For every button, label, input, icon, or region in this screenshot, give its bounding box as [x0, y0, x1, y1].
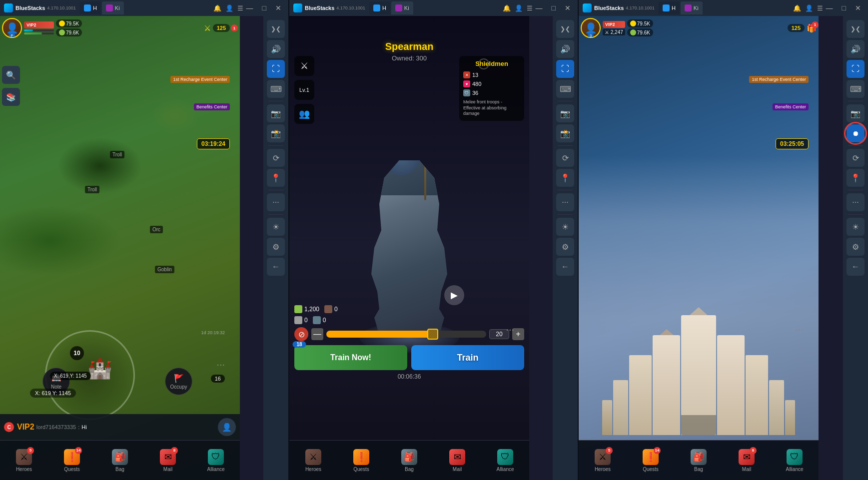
play-video-btn[interactable]: ▶: [444, 285, 464, 305]
menu-icon-1[interactable]: ☰: [237, 4, 243, 12]
cancel-btn[interactable]: ⊘: [294, 327, 308, 341]
back-btn-1[interactable]: ←: [267, 258, 285, 276]
swap-icon[interactable]: ⚔: [294, 56, 314, 76]
bell-icon-1[interactable]: 🔔: [213, 4, 221, 12]
back-btn-2[interactable]: ←: [556, 258, 574, 276]
minimize-btn-2[interactable]: —: [533, 3, 546, 13]
nav-alliance-2[interactable]: 🛡 Alliance: [481, 441, 529, 480]
nav-alliance-3[interactable]: 🛡 Alliance: [771, 441, 819, 480]
rotate-btn-1[interactable]: ⟳: [267, 149, 285, 167]
tab-ki-3[interactable]: Ki: [681, 1, 703, 14]
dots-side-btn-3[interactable]: ···: [847, 193, 865, 211]
castle-icon-1[interactable]: 🏰: [87, 357, 112, 380]
nav-mail-3[interactable]: ✉ 8 Mail: [723, 441, 771, 480]
location-btn-1[interactable]: 📍: [267, 169, 285, 187]
event-label-1[interactable]: 1st Recharge Event Center: [170, 76, 230, 83]
train-btn[interactable]: Train: [411, 345, 524, 370]
brightness-btn-3[interactable]: ☀: [847, 218, 865, 236]
nav-quests-3[interactable]: ❗ 14 Quests: [627, 441, 675, 480]
rotate-btn-2[interactable]: ⟳: [556, 149, 574, 167]
action-occupy-1[interactable]: 🚩 Occupy: [165, 368, 192, 395]
volume-btn-2[interactable]: 🔊: [556, 40, 574, 58]
close-btn-3[interactable]: ✕: [852, 3, 864, 13]
screenshot-btn-1[interactable]: 📷: [267, 104, 285, 122]
nav-mail-2[interactable]: ✉ Mail: [433, 441, 481, 480]
game-viewport-2[interactable]: Spearman Owned: 300 ? ⚔ Lv.1 👥: [289, 16, 529, 480]
tab-ki-1[interactable]: Ki: [102, 1, 124, 14]
fullscreen-btn-2[interactable]: ⛶: [556, 60, 574, 78]
nav-quests-2[interactable]: ❗ Quests: [337, 441, 385, 480]
dots-menu-1[interactable]: ···: [216, 359, 225, 370]
settings-btn-1[interactable]: ⚙: [267, 238, 285, 256]
nav-heroes-2[interactable]: ⚔ Heroes: [289, 441, 337, 480]
bell-icon-2[interactable]: 🔔: [503, 4, 511, 12]
item-icon-1[interactable]: 📚: [2, 88, 20, 106]
user-icon-1[interactable]: 👤: [225, 4, 233, 12]
bell-icon-3[interactable]: 🔔: [793, 4, 801, 12]
screenshot-btn-3[interactable]: 📷: [847, 104, 865, 122]
screenshot-btn-2[interactable]: 📷: [556, 104, 574, 122]
user-icon-2[interactable]: 👤: [515, 4, 523, 12]
level-icon[interactable]: Lv.1: [294, 80, 314, 100]
location-btn-3[interactable]: 📍: [847, 169, 865, 187]
back-btn-3[interactable]: ←: [847, 258, 865, 276]
quantity-slider[interactable]: [326, 331, 486, 338]
game-viewport-1[interactable]: 👤 P VIP2 79.5K: [0, 16, 240, 480]
nav-bag-1[interactable]: 🎒 Bag: [96, 441, 144, 480]
nav-bag-2[interactable]: 🎒 Bag: [385, 441, 433, 480]
fullscreen-btn-3[interactable]: ⛶: [847, 60, 865, 78]
close-btn-2[interactable]: ✕: [562, 3, 574, 13]
keyboard-btn-3[interactable]: ⌨: [847, 80, 865, 98]
user-icon-3[interactable]: 👤: [805, 4, 813, 12]
expand-btn-2[interactable]: ❯❮: [556, 20, 574, 38]
nav-quests-1[interactable]: ❗ 14 Quests: [48, 441, 96, 480]
camera-btn-2[interactable]: 📸: [556, 124, 574, 142]
menu-icon-2[interactable]: ☰: [527, 4, 533, 12]
macro-record-side-btn[interactable]: ⏺: [847, 124, 865, 142]
dots-menu-3[interactable]: ···: [795, 324, 804, 335]
volume-btn-3[interactable]: 🔊: [847, 40, 865, 58]
rotate-btn-3[interactable]: ⟳: [847, 149, 865, 167]
tab-h-2[interactable]: H: [369, 1, 390, 14]
train-now-btn[interactable]: Train Now! 18: [294, 345, 407, 370]
volume-btn-1[interactable]: 🔊: [267, 40, 285, 58]
dots-menu-2[interactable]: ···: [506, 324, 514, 335]
maximize-btn-1[interactable]: □: [259, 3, 269, 13]
tab-ki-2[interactable]: Ki: [391, 1, 413, 14]
decrease-btn[interactable]: —: [311, 328, 323, 340]
settings-btn-2[interactable]: ⚙: [556, 238, 574, 256]
dots-side-btn-2[interactable]: ···: [556, 193, 574, 211]
minimize-btn-3[interactable]: —: [823, 3, 836, 13]
close-btn-1[interactable]: ✕: [272, 3, 284, 13]
chat-bar-1[interactable]: C VIP2 lord7164373335 : Hi 👤: [0, 414, 240, 440]
nav-bag-3[interactable]: 🎒 Bag: [675, 441, 723, 480]
nav-mail-1[interactable]: ✉ 8 Mail: [144, 441, 192, 480]
zoom-search-btn[interactable]: 🔍: [2, 66, 20, 84]
nav-alliance-1[interactable]: 🛡 Alliance: [192, 441, 240, 480]
benefits-label-3[interactable]: Benefits Center: [773, 103, 809, 110]
minimize-btn-1[interactable]: —: [243, 3, 256, 13]
brightness-btn-2[interactable]: ☀: [556, 218, 574, 236]
maximize-btn-3[interactable]: □: [839, 3, 849, 13]
unit-detail-icon[interactable]: 👥: [294, 104, 314, 124]
nav-heroes-1[interactable]: ⚔ 5 Heroes: [0, 441, 48, 480]
event-label-3[interactable]: 1st Recharge Event Center: [749, 76, 809, 83]
tab-h-1[interactable]: H: [80, 1, 101, 14]
keyboard-btn-1[interactable]: ⌨: [267, 80, 285, 98]
camera2-btn-1[interactable]: 📸: [267, 124, 285, 142]
maximize-btn-2[interactable]: □: [549, 3, 559, 13]
keyboard-btn-2[interactable]: ⌨: [556, 80, 574, 98]
avatar-1[interactable]: 👤 P: [2, 18, 22, 38]
expand-btn-1[interactable]: ❯❮: [267, 20, 285, 38]
avatar-3[interactable]: 👤 3: [581, 18, 601, 38]
dots-side-btn-1[interactable]: ···: [267, 193, 285, 211]
benefits-label-1[interactable]: Benefits Center: [194, 103, 230, 110]
tab-h-3[interactable]: H: [659, 1, 680, 14]
menu-icon-3[interactable]: ☰: [817, 4, 823, 12]
expand-btn-3[interactable]: ❯❮: [847, 20, 865, 38]
brightness-btn-1[interactable]: ☀: [267, 218, 285, 236]
settings-btn-3[interactable]: ⚙: [847, 238, 865, 256]
location-btn-2[interactable]: 📍: [556, 169, 574, 187]
fullscreen-btn-1[interactable]: ⛶: [267, 60, 285, 78]
game-viewport-3[interactable]: 👤 3 VIP2 ⚔ 2,247 79.5K 79.6K: [579, 16, 819, 480]
